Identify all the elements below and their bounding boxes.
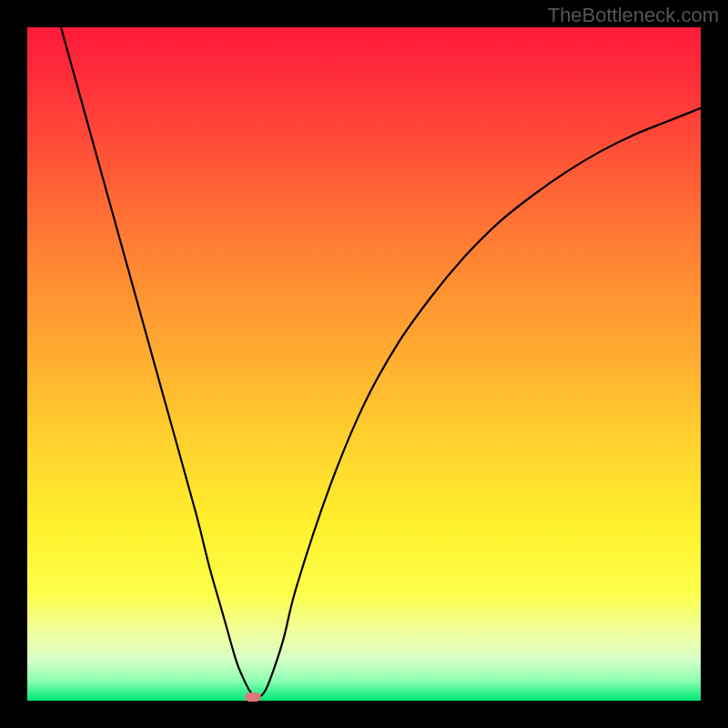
bottleneck-curve xyxy=(27,27,701,701)
chart-plot-area xyxy=(27,27,701,701)
minimum-marker xyxy=(245,693,261,702)
watermark-text: TheBottleneck.com xyxy=(548,4,719,27)
